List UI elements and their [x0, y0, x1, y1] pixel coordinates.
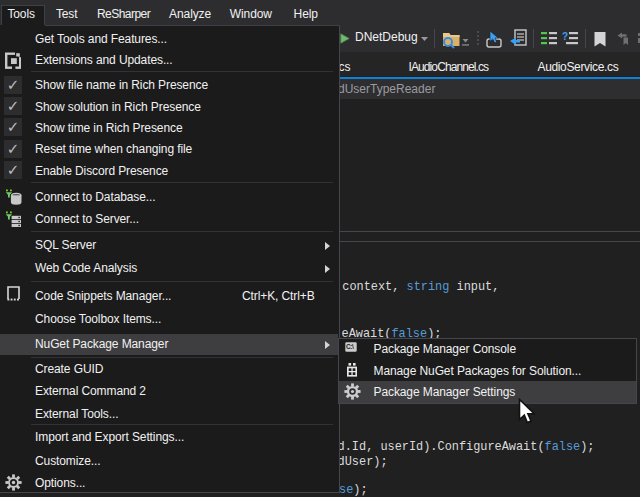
svg-text:?: ?	[562, 31, 568, 42]
svg-text:C:\: C:\	[346, 343, 354, 350]
